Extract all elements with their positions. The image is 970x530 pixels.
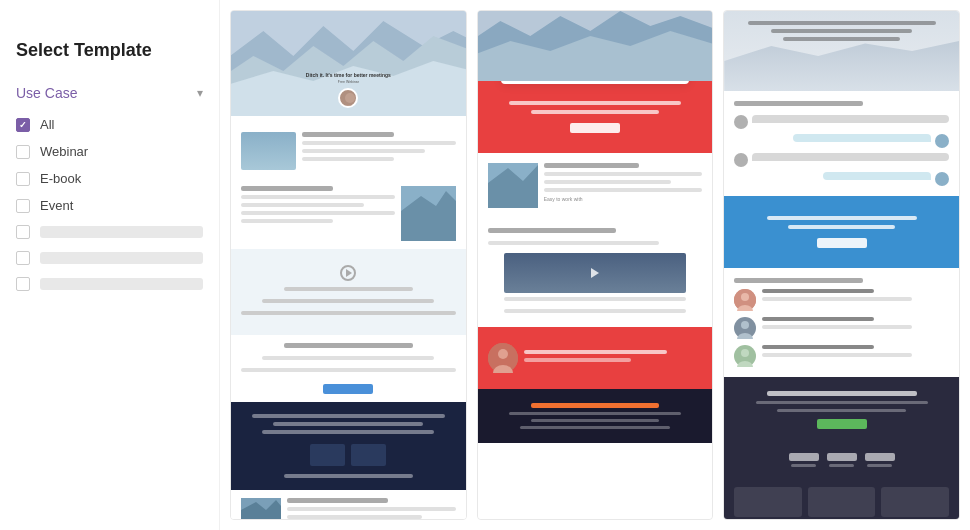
template-preview-3[interactable]	[724, 11, 959, 519]
topic-card-2	[808, 487, 876, 517]
video-thumbnail-2[interactable]	[504, 253, 686, 293]
template-preview-1[interactable]: Ditch it. It's time for better meetings …	[231, 11, 466, 519]
svg-point-4	[345, 93, 355, 103]
filter-placeholder-1[interactable]	[16, 225, 203, 239]
footer-section-2	[478, 389, 713, 443]
svg-point-19	[741, 293, 749, 301]
hero-text-3	[724, 21, 959, 41]
svg-point-25	[741, 349, 749, 357]
filter-event-label: Event	[40, 198, 73, 213]
video-section-2	[478, 218, 713, 327]
use-case-filter[interactable]: Use Case ▾	[16, 85, 203, 101]
svg-point-16	[498, 349, 508, 359]
about-img-1	[401, 186, 456, 241]
sidebar-title: Select Template	[16, 40, 203, 61]
feature-img-1	[241, 132, 296, 170]
speakers-row-3	[734, 289, 949, 311]
use-case-label: Use Case	[16, 85, 77, 101]
filter-all-label: All	[40, 117, 54, 132]
cta-section-1	[231, 335, 466, 402]
cta-button-3[interactable]	[817, 419, 867, 429]
highlight-section-1	[231, 249, 466, 335]
chevron-down-icon: ▾	[197, 86, 203, 100]
speakers-section-3	[724, 268, 959, 377]
checkbox-event[interactable]	[16, 199, 30, 213]
filter-webinar[interactable]: Webinar	[16, 144, 203, 159]
footer-section-1	[231, 402, 466, 490]
filter-all[interactable]: All	[16, 117, 203, 132]
promo-section-2	[478, 81, 713, 153]
hero-section-2	[478, 11, 713, 81]
instructor-section-1	[231, 490, 466, 519]
promo-button-3[interactable]	[817, 238, 867, 248]
info-section-3	[724, 91, 959, 196]
checkbox-webinar[interactable]	[16, 145, 30, 159]
filter-placeholder-label-2	[40, 252, 203, 264]
topic-cards-3	[724, 477, 959, 519]
sidebar: Select Template Use Case ▾ All Webinar E…	[0, 0, 220, 530]
template-col-3[interactable]	[723, 10, 960, 520]
template-col-2[interactable]: Easy to work with	[477, 10, 714, 520]
footer-card-2	[351, 444, 386, 466]
checkbox-ebook[interactable]	[16, 172, 30, 186]
filter-event[interactable]: Event	[16, 198, 203, 213]
svg-point-5	[342, 105, 358, 108]
topic-card-3	[881, 487, 949, 517]
about-section-2: Easy to work with	[478, 153, 713, 218]
stats-section-3	[724, 443, 959, 477]
speaker-avatar-2	[488, 343, 518, 373]
play-icon	[340, 265, 356, 281]
promo-section-3	[724, 196, 959, 268]
promo-button-2[interactable]	[570, 123, 620, 133]
speaker-section-2	[478, 327, 713, 389]
speaker-3-avatar	[734, 345, 756, 367]
cta-button-1[interactable]	[323, 384, 373, 394]
svg-point-22	[741, 321, 749, 329]
topic-card-1	[734, 487, 802, 517]
play-video-icon	[591, 268, 599, 278]
checkbox-placeholder-3[interactable]	[16, 277, 30, 291]
filter-placeholder-3[interactable]	[16, 277, 203, 291]
mountain-bg-3	[724, 41, 959, 91]
about-section-1	[231, 178, 466, 249]
hero-section-1: Ditch it. It's time for better meetings …	[231, 11, 466, 116]
filter-ebook[interactable]: E-book	[16, 171, 203, 186]
checkbox-placeholder-1[interactable]	[16, 225, 30, 239]
hero-section-3	[724, 11, 959, 91]
filter-ebook-label: E-book	[40, 171, 81, 186]
filter-placeholder-label-1	[40, 226, 203, 238]
template-grid: Ditch it. It's time for better meetings …	[220, 0, 970, 530]
template-preview-2[interactable]: Easy to work with	[478, 11, 713, 519]
checkbox-all[interactable]	[16, 118, 30, 132]
speaker-1-avatar	[734, 289, 756, 311]
filter-webinar-label: Webinar	[40, 144, 88, 159]
features-section-1	[231, 116, 466, 178]
filter-placeholder-2[interactable]	[16, 251, 203, 265]
footer-card-1	[310, 444, 345, 466]
dark-section-3	[724, 377, 959, 443]
template-col-1[interactable]: Ditch it. It's time for better meetings …	[230, 10, 467, 520]
checkbox-placeholder-2[interactable]	[16, 251, 30, 265]
speaker-2-avatar	[734, 317, 756, 339]
filter-placeholder-label-3	[40, 278, 203, 290]
